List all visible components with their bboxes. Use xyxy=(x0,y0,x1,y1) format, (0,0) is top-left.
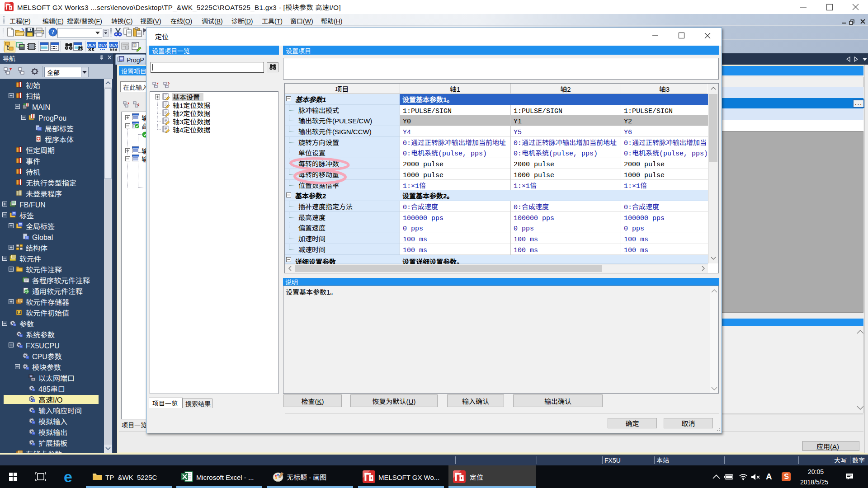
svg-text:DEV: DEV xyxy=(87,43,96,47)
svg-text:DEV: DEV xyxy=(99,43,107,47)
svg-text:DEV: DEV xyxy=(109,43,118,47)
svg-text:?: ? xyxy=(52,29,55,36)
svg-text:I: I xyxy=(134,43,136,47)
